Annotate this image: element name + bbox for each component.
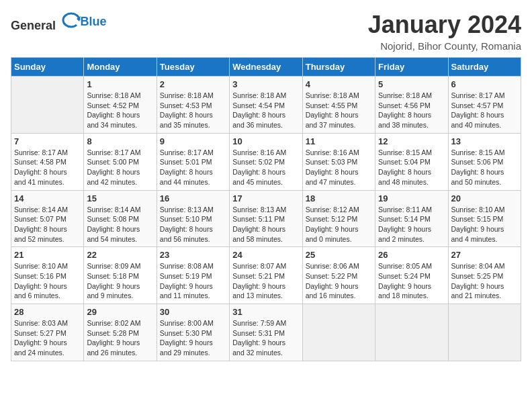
day-number: 1: [87, 79, 153, 89]
day-number: 15: [87, 193, 153, 203]
weekday-header-wednesday: Wednesday: [230, 58, 302, 77]
calendar-body: 1Sunrise: 8:18 AM Sunset: 4:52 PM Daylig…: [11, 77, 521, 361]
day-info: Sunrise: 8:18 AM Sunset: 4:52 PM Dayligh…: [87, 91, 153, 130]
calendar-cell: 15Sunrise: 8:14 AM Sunset: 5:08 PM Dayli…: [84, 190, 157, 247]
day-number: 13: [451, 136, 518, 146]
calendar-cell: 10Sunrise: 8:16 AM Sunset: 5:02 PM Dayli…: [230, 133, 302, 190]
day-number: 24: [232, 250, 299, 260]
day-number: 23: [160, 250, 226, 260]
day-info: Sunrise: 8:18 AM Sunset: 4:53 PM Dayligh…: [160, 91, 226, 130]
weekday-header-thursday: Thursday: [302, 58, 375, 77]
calendar-cell: 17Sunrise: 8:13 AM Sunset: 5:11 PM Dayli…: [230, 190, 302, 247]
calendar-cell: 23Sunrise: 8:08 AM Sunset: 5:19 PM Dayli…: [157, 247, 229, 304]
logo-general-text: General: [11, 19, 56, 32]
day-number: 17: [232, 193, 299, 203]
day-info: Sunrise: 8:04 AM Sunset: 5:25 PM Dayligh…: [451, 261, 518, 301]
calendar-cell: 8Sunrise: 8:17 AM Sunset: 5:00 PM Daylig…: [84, 133, 157, 190]
calendar-cell: 21Sunrise: 8:10 AM Sunset: 5:16 PM Dayli…: [11, 247, 84, 304]
day-number: 7: [14, 136, 81, 146]
day-info: Sunrise: 8:15 AM Sunset: 5:04 PM Dayligh…: [378, 148, 445, 187]
calendar-table: SundayMondayTuesdayWednesdayThursdayFrid…: [11, 57, 521, 361]
calendar-cell: 2Sunrise: 8:18 AM Sunset: 4:53 PM Daylig…: [157, 77, 229, 134]
day-info: Sunrise: 8:16 AM Sunset: 5:02 PM Dayligh…: [232, 148, 299, 187]
calendar-cell: 14Sunrise: 8:14 AM Sunset: 5:07 PM Dayli…: [11, 190, 84, 247]
day-info: Sunrise: 8:05 AM Sunset: 5:24 PM Dayligh…: [378, 261, 445, 301]
day-info: Sunrise: 8:11 AM Sunset: 5:14 PM Dayligh…: [378, 205, 445, 244]
calendar-cell: 30Sunrise: 8:00 AM Sunset: 5:30 PM Dayli…: [157, 304, 229, 361]
day-number: 29: [87, 307, 153, 317]
day-info: Sunrise: 8:09 AM Sunset: 5:18 PM Dayligh…: [87, 261, 153, 301]
day-number: 12: [378, 136, 445, 146]
calendar-cell: 28Sunrise: 8:03 AM Sunset: 5:27 PM Dayli…: [11, 304, 84, 361]
day-info: Sunrise: 8:17 AM Sunset: 4:58 PM Dayligh…: [14, 148, 81, 187]
calendar-week-0: 1Sunrise: 8:18 AM Sunset: 4:52 PM Daylig…: [11, 77, 521, 134]
day-number: 30: [160, 307, 226, 317]
day-info: Sunrise: 8:16 AM Sunset: 5:03 PM Dayligh…: [306, 148, 372, 187]
logo-icon: [62, 11, 81, 30]
day-info: Sunrise: 8:13 AM Sunset: 5:11 PM Dayligh…: [232, 205, 299, 244]
calendar-cell: 26Sunrise: 8:05 AM Sunset: 5:24 PM Dayli…: [375, 247, 448, 304]
day-info: Sunrise: 7:59 AM Sunset: 5:31 PM Dayligh…: [232, 318, 299, 358]
day-number: 19: [378, 193, 445, 203]
day-number: 14: [14, 193, 81, 203]
day-number: 25: [306, 250, 372, 260]
day-number: 3: [232, 79, 299, 89]
day-info: Sunrise: 8:10 AM Sunset: 5:16 PM Dayligh…: [14, 261, 81, 301]
weekday-header-monday: Monday: [84, 58, 157, 77]
day-number: 9: [160, 136, 226, 146]
day-info: Sunrise: 8:08 AM Sunset: 5:19 PM Dayligh…: [160, 261, 226, 301]
calendar-cell: [448, 304, 521, 361]
calendar-cell: 16Sunrise: 8:13 AM Sunset: 5:10 PM Dayli…: [157, 190, 229, 247]
day-number: 20: [451, 193, 518, 203]
day-number: 4: [306, 79, 372, 89]
calendar-cell: 31Sunrise: 7:59 AM Sunset: 5:31 PM Dayli…: [230, 304, 302, 361]
day-number: 11: [306, 136, 372, 146]
calendar-week-1: 7Sunrise: 8:17 AM Sunset: 4:58 PM Daylig…: [11, 133, 521, 190]
day-info: Sunrise: 8:17 AM Sunset: 4:57 PM Dayligh…: [451, 91, 518, 130]
calendar-week-3: 21Sunrise: 8:10 AM Sunset: 5:16 PM Dayli…: [11, 247, 521, 304]
day-info: Sunrise: 8:10 AM Sunset: 5:15 PM Dayligh…: [451, 205, 518, 244]
calendar-cell: 13Sunrise: 8:15 AM Sunset: 5:06 PM Dayli…: [448, 133, 521, 190]
day-info: Sunrise: 8:17 AM Sunset: 5:00 PM Dayligh…: [87, 148, 153, 187]
day-info: Sunrise: 8:17 AM Sunset: 5:01 PM Dayligh…: [160, 148, 226, 187]
calendar-cell: 12Sunrise: 8:15 AM Sunset: 5:04 PM Dayli…: [375, 133, 448, 190]
day-info: Sunrise: 8:07 AM Sunset: 5:21 PM Dayligh…: [232, 261, 299, 301]
calendar-cell: [11, 77, 84, 134]
calendar-cell: 20Sunrise: 8:10 AM Sunset: 5:15 PM Dayli…: [448, 190, 521, 247]
location-title: Nojorid, Bihor County, Romania: [368, 40, 521, 52]
day-info: Sunrise: 8:15 AM Sunset: 5:06 PM Dayligh…: [451, 148, 518, 187]
weekday-header-tuesday: Tuesday: [157, 58, 229, 77]
day-info: Sunrise: 8:14 AM Sunset: 5:08 PM Dayligh…: [87, 205, 153, 244]
calendar-cell: 19Sunrise: 8:11 AM Sunset: 5:14 PM Dayli…: [375, 190, 448, 247]
day-number: 21: [14, 250, 81, 260]
day-number: 16: [160, 193, 226, 203]
calendar-week-2: 14Sunrise: 8:14 AM Sunset: 5:07 PM Dayli…: [11, 190, 521, 247]
weekday-header-sunday: Sunday: [11, 58, 84, 77]
day-number: 10: [232, 136, 299, 146]
calendar-cell: 7Sunrise: 8:17 AM Sunset: 4:58 PM Daylig…: [11, 133, 84, 190]
calendar-cell: [302, 304, 375, 361]
calendar-cell: 9Sunrise: 8:17 AM Sunset: 5:01 PM Daylig…: [157, 133, 229, 190]
day-info: Sunrise: 8:03 AM Sunset: 5:27 PM Dayligh…: [14, 318, 81, 358]
day-info: Sunrise: 8:18 AM Sunset: 4:56 PM Dayligh…: [378, 91, 445, 130]
day-info: Sunrise: 8:02 AM Sunset: 5:28 PM Dayligh…: [87, 318, 153, 358]
calendar-cell: 24Sunrise: 8:07 AM Sunset: 5:21 PM Dayli…: [230, 247, 302, 304]
calendar-cell: 5Sunrise: 8:18 AM Sunset: 4:56 PM Daylig…: [375, 77, 448, 134]
calendar-cell: 29Sunrise: 8:02 AM Sunset: 5:28 PM Dayli…: [84, 304, 157, 361]
calendar-week-4: 28Sunrise: 8:03 AM Sunset: 5:27 PM Dayli…: [11, 304, 521, 361]
weekday-row: SundayMondayTuesdayWednesdayThursdayFrid…: [11, 58, 521, 77]
day-number: 8: [87, 136, 153, 146]
weekday-header-saturday: Saturday: [448, 58, 521, 77]
logo-blue-text: Blue: [81, 15, 107, 29]
header: General Blue January 2024 Nojorid, Bihor…: [11, 11, 521, 52]
title-area: January 2024 Nojorid, Bihor County, Roma…: [368, 11, 521, 52]
day-number: 26: [378, 250, 445, 260]
day-info: Sunrise: 8:13 AM Sunset: 5:10 PM Dayligh…: [160, 205, 226, 244]
day-info: Sunrise: 8:00 AM Sunset: 5:30 PM Dayligh…: [160, 318, 226, 358]
calendar-cell: [375, 304, 448, 361]
day-number: 22: [87, 250, 153, 260]
day-info: Sunrise: 8:18 AM Sunset: 4:55 PM Dayligh…: [306, 91, 372, 130]
day-info: Sunrise: 8:14 AM Sunset: 5:07 PM Dayligh…: [14, 205, 81, 244]
day-number: 27: [451, 250, 518, 260]
weekday-header-friday: Friday: [375, 58, 448, 77]
